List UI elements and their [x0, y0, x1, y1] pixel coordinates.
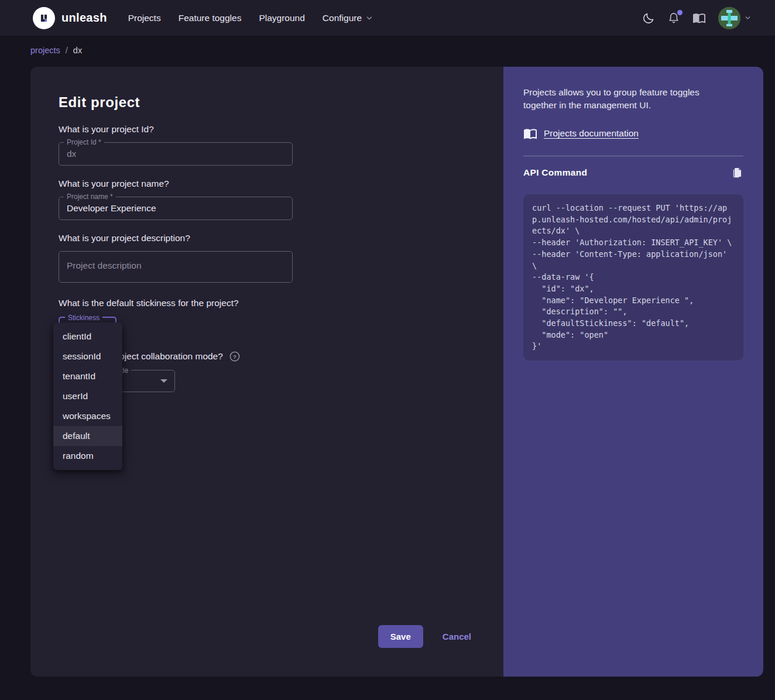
project-id-question: What is your project Id? — [59, 123, 503, 135]
chevron-down-icon — [744, 14, 752, 22]
notification-dot — [677, 10, 683, 15]
unleash-logo[interactable]: unleash — [33, 7, 107, 29]
documentation-button[interactable] — [692, 11, 706, 25]
api-command-title: API Command — [523, 167, 587, 178]
navbar-actions — [642, 7, 752, 29]
nav-feature-toggles[interactable]: Feature toggles — [179, 13, 242, 23]
theme-toggle-button[interactable] — [642, 12, 655, 25]
projects-documentation-link-row[interactable]: Projects documentation — [523, 126, 743, 140]
edit-project-card: Edit project What is your project Id? Pr… — [30, 67, 763, 677]
sidebar-divider — [523, 156, 743, 156]
caret-down-icon — [160, 379, 167, 383]
stickiness-question: What is the default stickiness for the p… — [59, 297, 503, 309]
api-command-header: API Command — [523, 166, 743, 179]
form-actions: Save Cancel — [378, 625, 471, 648]
avatar — [718, 7, 740, 29]
unleash-logo-icon — [33, 7, 55, 29]
top-navbar: unleash Projects Feature toggles Playgro… — [0, 0, 775, 36]
help-sidebar: Projects allows you to group feature tog… — [503, 67, 763, 677]
book-icon — [692, 11, 706, 25]
stickiness-option-workspaces[interactable]: workspaces — [53, 406, 122, 426]
breadcrumb: projects / dx — [30, 46, 82, 55]
collaboration-question-row: What is your project collaboration mode?… — [59, 351, 503, 362]
chevron-down-icon — [365, 14, 373, 22]
stickiness-select-label: Stickiness — [65, 314, 102, 322]
nav-playground[interactable]: Playground — [259, 13, 304, 23]
moon-icon — [642, 12, 655, 25]
project-name-question: What is your project name? — [59, 178, 503, 190]
help-icon[interactable]: ? — [229, 351, 241, 362]
project-id-field-wrap: Project Id * — [59, 142, 293, 166]
project-name-field-wrap: Project name * — [59, 197, 293, 220]
project-id-field-label: Project Id * — [64, 138, 104, 146]
brand-name: unleash — [61, 11, 107, 25]
breadcrumb-projects-link[interactable]: projects — [30, 46, 60, 55]
stickiness-option-tenantid[interactable]: tenantId — [53, 366, 122, 386]
project-description-input[interactable] — [59, 251, 293, 283]
sidebar-intro-text: Projects allows you to group feature tog… — [523, 86, 729, 112]
copy-icon — [731, 166, 743, 179]
stickiness-dropdown-menu: clientId sessionId tenantId userId works… — [53, 322, 122, 470]
svg-text:?: ? — [233, 354, 236, 360]
user-menu-button[interactable] — [718, 7, 752, 29]
main-nav: Projects Feature toggles Playground Conf… — [128, 13, 373, 23]
stickiness-option-random[interactable]: random — [53, 446, 122, 466]
stickiness-option-userid[interactable]: userId — [53, 386, 122, 406]
stickiness-option-sessionid[interactable]: sessionId — [53, 346, 122, 366]
breadcrumb-current: dx — [73, 46, 82, 55]
book-icon — [523, 126, 537, 140]
nav-configure[interactable]: Configure — [323, 13, 373, 23]
api-command-code[interactable]: curl --location --request PUT 'https://a… — [523, 194, 743, 361]
project-description-question: What is your project description? — [59, 232, 503, 244]
edit-project-form: Edit project What is your project Id? Pr… — [30, 67, 503, 677]
save-button[interactable]: Save — [378, 625, 423, 648]
cancel-button[interactable]: Cancel — [443, 632, 471, 641]
page-title: Edit project — [59, 94, 503, 111]
nav-projects[interactable]: Projects — [128, 13, 161, 23]
breadcrumb-separator: / — [66, 46, 68, 55]
projects-documentation-link[interactable]: Projects documentation — [544, 128, 639, 139]
copy-command-button[interactable] — [731, 166, 743, 179]
project-name-field-label: Project name * — [64, 193, 116, 201]
stickiness-option-clientid[interactable]: clientId — [53, 327, 122, 346]
project-description-field-wrap — [59, 251, 293, 285]
stickiness-option-default[interactable]: default — [53, 426, 122, 446]
notifications-button[interactable] — [667, 12, 680, 25]
